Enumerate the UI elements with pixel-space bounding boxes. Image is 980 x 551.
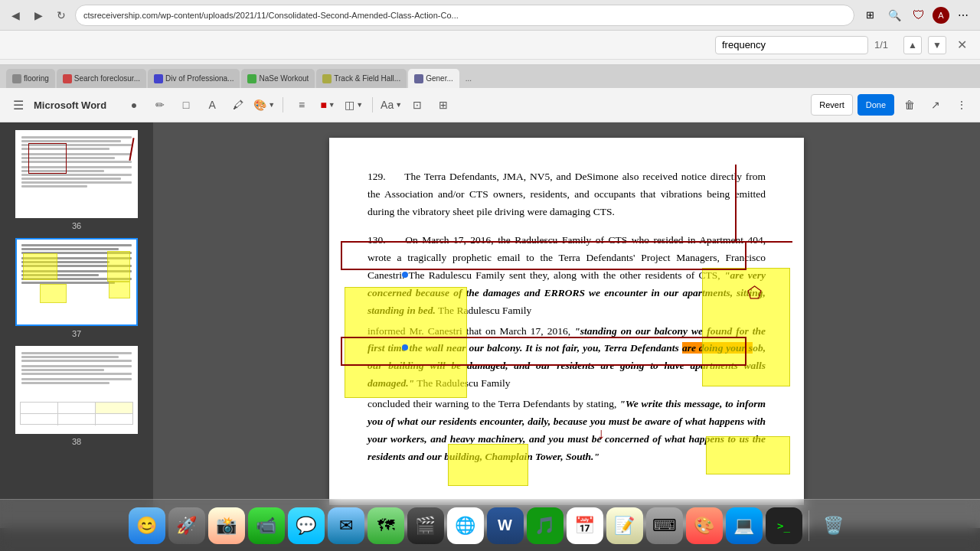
tab-track-field[interactable]: Track & Field Hall... [316,69,407,88]
back-button[interactable]: ◀ [6,6,24,24]
tab-search-foreclosure[interactable]: Search foreclosur... [57,69,146,88]
page-thumbnail-sidebar: 36 [0,122,153,528]
tab-flooring-label: flooring [24,74,49,83]
tab-nase-workout[interactable]: NaSe Workout [241,69,315,88]
find-next-button[interactable]: ▼ [928,36,946,54]
toolbar-stroke-icon[interactable]: ■▼ [317,94,338,116]
hamburger-menu-button[interactable]: ☰ [8,94,29,116]
toolbar-align-icon[interactable]: ≡ [291,94,312,116]
page-number-37: 37 [72,329,81,338]
word-toolbar: ☰ Microsoft Word ● ✏ □ A 🖍 🎨▼ ≡ ■▼ ◫▼ Aa… [0,88,980,122]
browser-chrome: ◀ ▶ ↻ ctsreceivership.com/wp-content/upl… [0,0,980,65]
dock-word[interactable]: W [487,507,524,544]
page-number-36: 36 [72,221,81,230]
shield-icon[interactable]: 🛡 [908,5,929,26]
page-thumbnail-37[interactable] [15,238,138,326]
thumb-container-37: 37 [0,238,153,338]
mac-dock: 😊 🚀 📸 📹 💬 ✉ 🗺 🎬 🌐 W 🎵 📅 📝 ⌨ 🎨 💻 >_ 🗑️ [0,499,980,551]
dock-messages[interactable]: 💬 [288,507,325,544]
toolbar-shapes-icon[interactable]: □ [175,94,197,116]
tab-div-professional[interactable]: Div of Professiona... [148,69,240,88]
dock-facetime[interactable]: 📹 [248,507,285,544]
share-icon[interactable]: ↗ [925,94,946,116]
toolbar-pencil-icon[interactable]: ✏ [149,94,171,116]
dock-calendar[interactable]: 📅 [567,507,603,544]
red-line-2 [341,241,792,243]
red-arrow-down: ↓ [597,425,605,442]
dock-trash[interactable]: 🗑️ [815,507,852,544]
main-area: 36 [0,122,980,528]
page-thumbnail-38[interactable] [15,346,138,434]
dock-separator [808,510,809,541]
toolbar-text-icon[interactable]: A [201,94,223,116]
document-page-37: ⬠ ↓ 129. The Terra Defendants, JMA, NV5,… [329,138,804,505]
toolbar-font-icon[interactable]: Aa▼ [381,94,402,116]
tab-flooring[interactable]: flooring [6,69,55,88]
yellow-highlight-box-2 [702,268,790,386]
thumb-container-36: 36 [0,130,153,230]
dock-photos[interactable]: 📸 [208,507,245,544]
find-bar: 1/1 ▲ ▼ ✕ [0,31,980,60]
toolbar-mode-icon[interactable]: ● [123,94,145,116]
url-text: ctsreceivership.com/wp-content/uploads/2… [83,11,459,20]
para-num-129: 129. [368,171,386,182]
dock-spotify[interactable]: 🎵 [527,507,564,544]
toolbar-fill-icon[interactable]: ◫▼ [343,94,364,116]
tab-div-label: Div of Professiona... [165,74,234,83]
dock-claquette[interactable]: 🎬 [407,507,444,544]
page-number-38: 38 [72,437,81,446]
dock-chrome[interactable]: 🌐 [447,507,484,544]
tab-track-label: Track & Field Hall... [334,74,400,83]
dock-maps[interactable]: 🗺 [368,507,404,544]
dock-mail[interactable]: ✉ [328,507,364,544]
done-button[interactable]: Done [858,94,894,116]
menu-icon[interactable]: ⋯ [952,5,974,26]
dock-figma[interactable]: 🎨 [686,507,723,544]
app-title: Microsoft Word [34,99,106,111]
reload-button[interactable]: ↻ [52,6,70,24]
dock-launchpad[interactable]: 🚀 [168,507,205,544]
extension-icon[interactable]: A [933,7,949,24]
trash-icon[interactable]: 🗑 [899,94,920,116]
browser-icons: ⊞ 🔍 🛡 A ⋯ [859,5,974,26]
red-pentagon-shape: ⬠ [747,283,762,303]
tab-overflow[interactable]: ... [461,69,476,88]
find-input[interactable] [715,36,868,54]
forward-button[interactable]: ▶ [29,6,47,24]
find-close-button[interactable]: ✕ [952,36,971,54]
annotation-handle-2[interactable] [402,344,408,350]
dock-keyboard[interactable]: ⌨ [646,507,683,544]
toolbar-resize-icon[interactable]: ⊞ [433,94,454,116]
toolbar-highlight-icon[interactable]: 🖍 [227,94,249,116]
find-count: 1/1 [874,39,897,51]
yellow-highlight-box-3 [448,444,528,486]
annotation-handle-1[interactable] [402,272,408,278]
revert-button[interactable]: Revert [811,94,852,116]
document-content-area: ⬠ ↓ 129. The Terra Defendants, JMA, NV5,… [153,122,980,528]
para-num-130: 130. [368,234,386,246]
yellow-highlight-box-1 [345,287,467,398]
yellow-highlight-box-4 [706,436,790,474]
paragraph-129: 129. The Terra Defendants, JMA, NV5, and… [368,168,766,221]
page-thumbnail-36[interactable] [15,130,138,218]
dock-notes[interactable]: 📝 [606,507,643,544]
toolbar-color-icon[interactable]: 🎨▼ [253,94,275,116]
thumb-container-38: 38 [0,346,153,446]
address-bar[interactable]: ctsreceivership.com/wp-content/uploads/2… [75,5,854,26]
tabs-icon[interactable]: ⊞ [859,5,880,26]
tab-search-label: Search foreclosur... [74,74,140,83]
dock-terminal[interactable]: >_ [766,507,802,544]
tab-nase-label: NaSe Workout [259,74,309,83]
tab-gener-label: Gener... [426,74,453,83]
find-prev-button[interactable]: ▲ [903,36,922,54]
browser-nav-bar: ◀ ▶ ↻ ctsreceivership.com/wp-content/upl… [0,0,980,31]
browser-tabs: flooring Search foreclosur... Div of Pro… [0,65,980,88]
search-icon[interactable]: 🔍 [884,5,905,26]
more-options-icon[interactable]: ⋮ [951,94,972,116]
toolbar-crop-icon[interactable]: ⊡ [407,94,428,116]
dock-finder[interactable]: 😊 [129,507,165,544]
dock-vscode[interactable]: 💻 [726,507,763,544]
tab-gener[interactable]: Gener... [408,69,459,88]
para-text-129: The Terra Defendants, JMA, NV5, and DeSi… [368,171,766,217]
